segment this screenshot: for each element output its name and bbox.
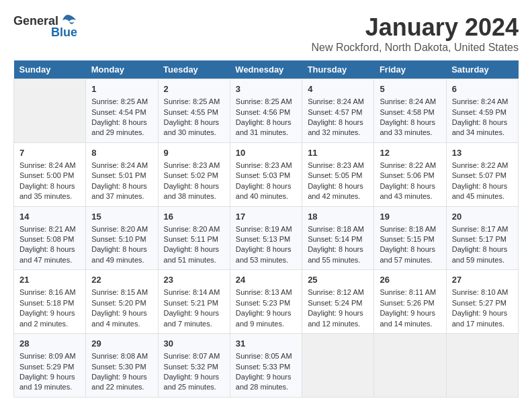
calendar-cell: 12Sunrise: 8:22 AMSunset: 5:06 PMDayligh… <box>374 142 446 206</box>
cell-text-line: Sunset: 5:30 PM <box>91 362 152 372</box>
cell-text-line: Daylight: 9 hours <box>236 372 296 382</box>
cell-text-line: Sunrise: 8:23 AM <box>308 161 368 171</box>
calendar-cell: 18Sunrise: 8:18 AMSunset: 5:14 PMDayligh… <box>302 206 374 270</box>
cell-text-line: and 51 minutes. <box>164 255 224 265</box>
cell-text-line: Sunrise: 8:24 AM <box>308 97 368 107</box>
calendar-cell <box>302 334 374 398</box>
cell-text-line: and 19 minutes. <box>19 382 80 392</box>
cell-text-line: Daylight: 8 hours <box>308 244 368 255</box>
calendar-cell: 28Sunrise: 8:09 AMSunset: 5:29 PMDayligh… <box>14 334 86 398</box>
cell-text-line: Sunrise: 8:05 AM <box>236 351 296 361</box>
calendar-cell: 11Sunrise: 8:23 AMSunset: 5:05 PMDayligh… <box>302 142 374 206</box>
calendar-cell: 3Sunrise: 8:25 AMSunset: 4:56 PMDaylight… <box>230 79 302 143</box>
day-number: 3 <box>236 83 296 95</box>
cell-text-line: Sunset: 4:57 PM <box>308 107 368 118</box>
cell-text-line: and 35 minutes. <box>19 191 80 201</box>
calendar-cell: 8Sunrise: 8:24 AMSunset: 5:01 PMDaylight… <box>86 142 158 206</box>
cell-text-line: Sunset: 5:24 PM <box>308 298 368 308</box>
day-number: 2 <box>164 83 224 95</box>
day-number: 6 <box>452 83 513 95</box>
cell-text-line: and 30 minutes. <box>164 128 224 138</box>
calendar-cell: 2Sunrise: 8:25 AMSunset: 4:55 PMDaylight… <box>158 79 230 143</box>
calendar-cell <box>374 334 446 398</box>
cell-text-line: and 40 minutes. <box>236 191 296 201</box>
day-number: 17 <box>236 211 296 223</box>
cell-text-line: Sunset: 5:06 PM <box>380 171 440 181</box>
header-tuesday: Tuesday <box>158 60 230 79</box>
calendar-cell: 31Sunrise: 8:05 AMSunset: 5:33 PMDayligh… <box>230 334 302 398</box>
calendar-cell: 29Sunrise: 8:08 AMSunset: 5:30 PMDayligh… <box>86 334 158 398</box>
calendar-week-row: 28Sunrise: 8:09 AMSunset: 5:29 PMDayligh… <box>14 334 519 398</box>
cell-text-line: Sunrise: 8:25 AM <box>164 97 224 107</box>
day-number: 16 <box>164 211 224 223</box>
cell-text-line: Daylight: 8 hours <box>236 181 296 191</box>
calendar-cell: 10Sunrise: 8:23 AMSunset: 5:03 PMDayligh… <box>230 142 302 206</box>
calendar-cell: 4Sunrise: 8:24 AMSunset: 4:57 PMDaylight… <box>302 79 374 143</box>
cell-text-line: Daylight: 9 hours <box>164 372 224 382</box>
cell-text-line: and 57 minutes. <box>380 255 440 265</box>
calendar-cell: 15Sunrise: 8:20 AMSunset: 5:10 PMDayligh… <box>86 206 158 270</box>
cell-text-line: Sunset: 5:05 PM <box>308 171 368 181</box>
cell-text-line: Sunset: 5:01 PM <box>91 171 152 181</box>
cell-text-line: Sunrise: 8:13 AM <box>236 287 296 298</box>
header-wednesday: Wednesday <box>230 60 302 79</box>
cell-text-line: Sunset: 5:32 PM <box>164 362 224 372</box>
cell-text-line: Sunrise: 8:11 AM <box>380 287 440 298</box>
day-number: 19 <box>380 211 440 223</box>
cell-text-line: Sunrise: 8:16 AM <box>19 287 80 298</box>
cell-text-line: Daylight: 9 hours <box>236 308 296 318</box>
calendar-cell: 22Sunrise: 8:15 AMSunset: 5:20 PMDayligh… <box>86 270 158 334</box>
day-number: 18 <box>308 211 368 223</box>
cell-text-line: Daylight: 8 hours <box>308 118 368 128</box>
cell-text-line: and 45 minutes. <box>452 191 513 201</box>
cell-text-line: Daylight: 8 hours <box>19 181 80 191</box>
cell-text-line: Sunset: 5:00 PM <box>19 171 80 181</box>
calendar-week-row: 1Sunrise: 8:25 AMSunset: 4:54 PMDaylight… <box>14 79 519 143</box>
month-title: January 2024 <box>311 13 519 42</box>
cell-text-line: Sunrise: 8:22 AM <box>380 161 440 171</box>
calendar-cell: 24Sunrise: 8:13 AMSunset: 5:23 PMDayligh… <box>230 270 302 334</box>
cell-text-line: Daylight: 9 hours <box>91 308 152 318</box>
calendar-cell: 19Sunrise: 8:18 AMSunset: 5:15 PMDayligh… <box>374 206 446 270</box>
day-number: 24 <box>236 274 296 286</box>
day-number: 23 <box>164 274 224 286</box>
cell-text-line: Daylight: 8 hours <box>380 118 440 128</box>
day-number: 9 <box>164 147 224 159</box>
cell-text-line: Sunrise: 8:23 AM <box>164 161 224 171</box>
page-header: General Blue January 2024 New Rockford, … <box>13 13 519 54</box>
cell-text-line: Daylight: 8 hours <box>236 118 296 128</box>
calendar-cell: 14Sunrise: 8:21 AMSunset: 5:08 PMDayligh… <box>14 206 86 270</box>
day-number: 28 <box>19 338 80 350</box>
cell-text-line: Daylight: 8 hours <box>91 118 152 128</box>
cell-text-line: and 22 minutes. <box>91 382 152 392</box>
cell-text-line: Daylight: 9 hours <box>91 372 152 382</box>
cell-text-line: Sunrise: 8:08 AM <box>91 351 152 361</box>
calendar-cell: 30Sunrise: 8:07 AMSunset: 5:32 PMDayligh… <box>158 334 230 398</box>
cell-text-line: and 2 minutes. <box>19 319 80 329</box>
day-number: 29 <box>91 338 152 350</box>
cell-text-line: Sunset: 5:07 PM <box>452 171 513 181</box>
cell-text-line: Daylight: 9 hours <box>308 308 368 318</box>
day-number: 10 <box>236 147 296 159</box>
cell-text-line: and 9 minutes. <box>236 319 296 329</box>
cell-text-line: and 32 minutes. <box>308 128 368 138</box>
calendar-cell: 25Sunrise: 8:12 AMSunset: 5:24 PMDayligh… <box>302 270 374 334</box>
logo-blue: Blue <box>51 26 77 40</box>
cell-text-line: Daylight: 8 hours <box>380 244 440 255</box>
cell-text-line: Daylight: 8 hours <box>91 181 152 191</box>
cell-text-line: Sunrise: 8:20 AM <box>91 224 152 234</box>
cell-text-line: Daylight: 8 hours <box>236 244 296 255</box>
calendar-cell: 5Sunrise: 8:24 AMSunset: 4:58 PMDaylight… <box>374 79 446 143</box>
header-sunday: Sunday <box>14 60 86 79</box>
cell-text-line: and 17 minutes. <box>452 319 513 329</box>
header-monday: Monday <box>86 60 158 79</box>
cell-text-line: Sunset: 5:15 PM <box>380 234 440 244</box>
cell-text-line: Sunset: 5:33 PM <box>236 362 296 372</box>
calendar-cell: 9Sunrise: 8:23 AMSunset: 5:02 PMDaylight… <box>158 142 230 206</box>
cell-text-line: Sunrise: 8:24 AM <box>452 97 513 107</box>
day-number: 27 <box>452 274 513 286</box>
calendar-cell: 17Sunrise: 8:19 AMSunset: 5:13 PMDayligh… <box>230 206 302 270</box>
cell-text-line: and 33 minutes. <box>380 128 440 138</box>
cell-text-line: and 29 minutes. <box>91 128 152 138</box>
calendar-week-row: 7Sunrise: 8:24 AMSunset: 5:00 PMDaylight… <box>14 142 519 206</box>
